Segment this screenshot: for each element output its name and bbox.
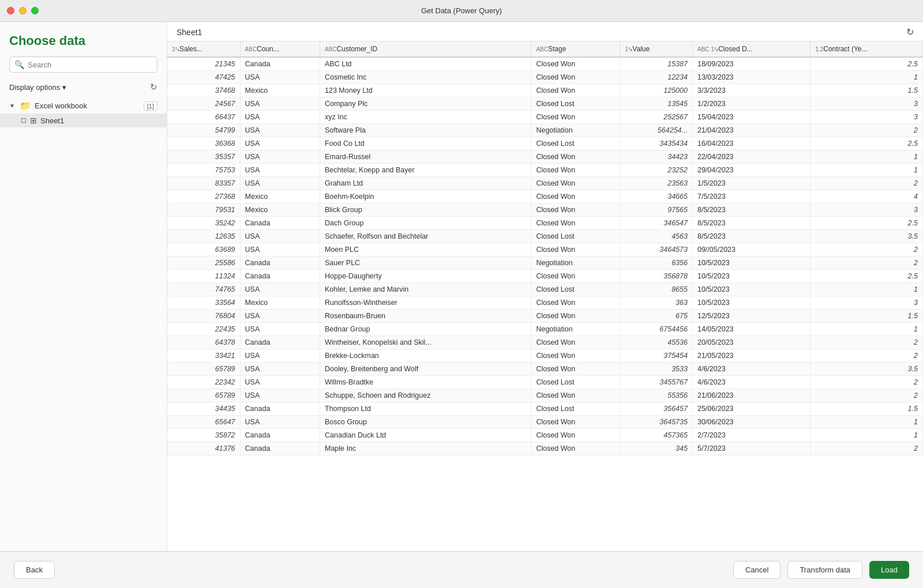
cell-25-0: 65789 (167, 389, 240, 402)
title-bar: Get Data (Power Query) (0, 0, 923, 22)
cell-26-5: 25/06/2023 (692, 402, 810, 416)
cell-5-4: 564254... (620, 124, 693, 137)
cell-4-6: 3 (811, 111, 923, 124)
cancel-button[interactable]: Cancel (733, 561, 781, 579)
cell-6-0: 36368 (167, 137, 240, 150)
cell-14-4: 3464573 (620, 243, 693, 257)
search-box[interactable]: 🔍 (9, 56, 157, 73)
maximize-button[interactable] (31, 7, 39, 14)
workbook-label: Excel workbook (35, 101, 140, 110)
col-type-icon: ABC (245, 46, 257, 52)
cell-6-5: 16/04/2023 (692, 137, 810, 150)
cell-18-2: Runolfsson-Wintheiser (320, 296, 531, 310)
back-button[interactable]: Back (14, 561, 55, 579)
data-table: 1²₃Sales...ABCCoun...ABCCustomer_IDABCSt… (167, 42, 923, 455)
cell-28-5: 2/7/2023 (692, 429, 810, 442)
col-type-icon: ABC (536, 46, 548, 52)
cell-25-6: 2 (811, 389, 923, 402)
cell-0-6: 2.5 (811, 57, 923, 71)
footer: Back Cancel Transform data Load (0, 551, 923, 588)
sheet-item-sheet1[interactable]: ☐ ⊞ Sheet1 (0, 114, 167, 127)
cell-26-3: Closed Lost (531, 402, 620, 416)
cell-4-5: 15/04/2023 (692, 111, 810, 124)
table-wrapper[interactable]: 1²₃Sales...ABCCoun...ABCCustomer_IDABCSt… (167, 42, 923, 551)
cell-6-2: Food Co Ltd (320, 137, 531, 150)
cell-8-1: USA (240, 164, 320, 177)
col-name: Coun... (257, 45, 279, 53)
cell-15-2: Sauer PLC (320, 257, 531, 270)
cell-24-4: 3455767 (620, 376, 693, 389)
cell-8-2: Bechtelar, Koepp and Bayer (320, 164, 531, 177)
cell-29-3: Closed Won (531, 442, 620, 455)
cell-0-3: Closed Won (531, 57, 620, 71)
cell-27-1: USA (240, 416, 320, 429)
cell-19-0: 76804 (167, 310, 240, 323)
table-row: 65647USABosco GroupClosed Won364573530/0… (167, 416, 923, 429)
cell-9-3: Closed Won (531, 177, 620, 190)
display-options-button[interactable]: Display options ▾ (9, 83, 66, 92)
cell-16-4: 356878 (620, 270, 693, 283)
cell-29-5: 5/7/2023 (692, 442, 810, 455)
cell-7-5: 22/04/2023 (692, 150, 810, 164)
cell-3-2: Company Plc (320, 97, 531, 111)
cell-22-5: 21/05/2023 (692, 349, 810, 363)
search-input[interactable] (28, 61, 152, 69)
sidebar-refresh-button[interactable]: ↻ (150, 82, 157, 92)
window-title: Get Data (Power Query) (421, 6, 502, 15)
cell-3-6: 3 (811, 97, 923, 111)
table-row: 33564MexicoRunolfsson-WintheiserClosed W… (167, 296, 923, 310)
cell-10-1: Mexico (240, 190, 320, 203)
cell-19-2: Rosenbaum-Bruen (320, 310, 531, 323)
cell-26-6: 1.5 (811, 402, 923, 416)
cell-29-6: 2 (811, 442, 923, 455)
cell-12-6: 2.5 (811, 217, 923, 230)
col-header-5: ABC 1²₃Closed D... (692, 42, 810, 57)
cell-28-6: 1 (811, 429, 923, 442)
display-options-label: Display options (9, 83, 60, 92)
transform-data-button[interactable]: Transform data (787, 561, 862, 579)
search-icon: 🔍 (14, 60, 24, 69)
table-row: 22435USABednar GroupNegotiation675445614… (167, 323, 923, 336)
cell-9-5: 1/5/2023 (692, 177, 810, 190)
cell-3-4: 13545 (620, 97, 693, 111)
cell-12-5: 8/5/2023 (692, 217, 810, 230)
table-row: 24567USACompany PlcClosed Lost135451/2/2… (167, 97, 923, 111)
cell-17-1: USA (240, 283, 320, 296)
cell-26-4: 356457 (620, 402, 693, 416)
table-row: 12635USASchaefer, Rolfson and BechtelarC… (167, 230, 923, 243)
cell-20-3: Negotiation (531, 323, 620, 336)
col-name: Customer_ID (337, 45, 378, 53)
cell-14-0: 63689 (167, 243, 240, 257)
cell-14-1: USA (240, 243, 320, 257)
content-refresh-button[interactable]: ↻ (906, 27, 914, 37)
display-options-row: Display options ▾ ↻ (0, 78, 167, 96)
cell-3-1: USA (240, 97, 320, 111)
cell-19-5: 12/5/2023 (692, 310, 810, 323)
cell-12-3: Closed Won (531, 217, 620, 230)
footer-left: Back (14, 561, 55, 579)
cell-12-2: Dach Group (320, 217, 531, 230)
cell-8-5: 29/04/2023 (692, 164, 810, 177)
cell-21-5: 20/05/2023 (692, 336, 810, 349)
cell-3-3: Closed Lost (531, 97, 620, 111)
cell-7-2: Emard-Russel (320, 150, 531, 164)
sidebar-tree: ▼ 📁 Excel workbook [1] ☐ ⊞ Sheet1 (0, 96, 167, 551)
cell-11-2: Blick Group (320, 203, 531, 217)
table-row: 79531MexicoBlick GroupClosed Won975658/5… (167, 203, 923, 217)
cell-17-2: Kohler, Lemke and Marvin (320, 283, 531, 296)
cell-18-6: 3 (811, 296, 923, 310)
minimize-button[interactable] (19, 7, 27, 14)
cell-17-4: 8655 (620, 283, 693, 296)
load-button[interactable]: Load (869, 561, 909, 579)
cell-4-0: 66437 (167, 111, 240, 124)
close-button[interactable] (7, 7, 14, 14)
cell-21-4: 45536 (620, 336, 693, 349)
cell-16-6: 2.5 (811, 270, 923, 283)
main-container: Choose data 🔍 Display options ▾ ↻ ▼ 📁 Ex… (0, 22, 923, 551)
tree-item-workbook[interactable]: ▼ 📁 Excel workbook [1] (0, 98, 167, 114)
col-name: Stage (548, 45, 566, 53)
cell-27-5: 30/06/2023 (692, 416, 810, 429)
cell-16-0: 11324 (167, 270, 240, 283)
cell-16-1: Canada (240, 270, 320, 283)
cell-23-2: Dooley, Breitenberg and Wolf (320, 363, 531, 376)
